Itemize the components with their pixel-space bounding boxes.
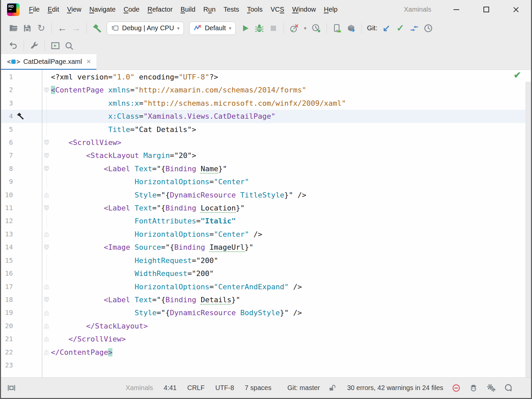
build-solution-button[interactable] — [90, 21, 104, 35]
fold-connector — [44, 214, 49, 227]
menu-item-navigate[interactable]: Navigate — [85, 0, 120, 19]
fold-marker[interactable] — [44, 201, 49, 214]
stop-button[interactable] — [266, 21, 280, 35]
minimize-button[interactable] — [441, 0, 471, 19]
fold-marker[interactable] — [44, 228, 49, 241]
open-button[interactable] — [6, 21, 20, 35]
git-update-button[interactable]: ↙ — [379, 21, 393, 35]
wrench-icon — [30, 41, 39, 50]
debug-button[interactable] — [252, 21, 266, 35]
toolwindow-toggle-button[interactable] — [7, 383, 16, 392]
fold-marker[interactable] — [44, 149, 49, 162]
fold-connector — [44, 254, 49, 267]
code-editor[interactable]: ✔ 1<?xml version="1.0" encoding="UTF-8"?… — [1, 70, 531, 377]
code-line-text: <?xml version="1.0" encoding="UTF-8"?> — [51, 70, 525, 83]
status-git-branch[interactable]: Git: master — [287, 384, 320, 392]
menu-item-build[interactable]: Build — [177, 0, 199, 19]
fold-marker[interactable] — [44, 320, 49, 332]
save-button[interactable] — [20, 21, 34, 35]
menu-item-tests[interactable]: Tests — [219, 0, 243, 19]
fold-marker[interactable] — [44, 293, 49, 306]
code-line-text: Style="{DynamicResource TitleStyle}" /> — [51, 189, 525, 201]
menu-item-run[interactable]: Run — [200, 0, 220, 19]
code-line-text: <ContentPage xmlns="http://xamarin.com/s… — [51, 83, 525, 96]
fold-connector — [44, 123, 49, 136]
fold-marker[interactable] — [44, 280, 49, 293]
notification-balloon-icon — [504, 384, 513, 392]
menu-item-refactor[interactable]: Refactor — [143, 0, 177, 19]
status-line-separator[interactable]: CRLF — [187, 384, 204, 392]
attach-profiler-button[interactable] — [309, 21, 323, 35]
code-line: 19 Style="{DynamicResource BodyStyle}" /… — [1, 306, 525, 319]
search-everywhere-button[interactable] — [62, 39, 76, 53]
code-line-text: <Image Source="{Binding ImageUrl}" — [51, 241, 525, 254]
git-push-button[interactable] — [407, 21, 421, 35]
chevron-down-icon: ▾ — [304, 25, 307, 31]
status-problems[interactable]: 30 errors, 42 warnings in 24 files — [347, 384, 443, 392]
fold-marker[interactable] — [44, 162, 49, 175]
menu-item-tools[interactable]: Tools — [243, 0, 267, 19]
sync-button[interactable]: ↻ — [34, 21, 48, 35]
toolbar-separator — [284, 23, 284, 34]
code-line: 23 — [1, 359, 525, 372]
menu-item-edit[interactable]: Edit — [44, 0, 63, 19]
notifications-button[interactable] — [504, 384, 513, 392]
device-manager-button[interactable] — [330, 21, 344, 35]
git-commit-button[interactable]: ✓ — [393, 21, 407, 35]
code-line-text: </ContentPage> — [51, 346, 525, 359]
menu-item-help[interactable]: Help — [320, 0, 341, 19]
code-line-text: </StackLayout> — [51, 320, 525, 332]
nuget-restore-button[interactable] — [344, 21, 358, 35]
status-encoding[interactable]: UTF-8 — [215, 384, 234, 392]
undo-button[interactable] — [6, 39, 20, 53]
line-number: 14 — [1, 241, 13, 254]
menu-item-code[interactable]: Code — [120, 0, 144, 19]
status-caret-position[interactable]: 4:41 — [164, 384, 177, 392]
fold-connector — [44, 110, 49, 123]
lock-button[interactable] — [329, 384, 336, 392]
fold-marker[interactable] — [44, 136, 49, 149]
profile-button[interactable] — [287, 21, 301, 35]
fold-marker[interactable] — [44, 189, 49, 201]
reader-mode-button[interactable] — [452, 384, 461, 392]
code-analysis-button[interactable] — [469, 384, 478, 392]
git-commit-check-icon: ✓ — [396, 24, 404, 33]
fold-marker[interactable] — [44, 306, 49, 319]
gutter-quickfix-hammer[interactable] — [16, 112, 25, 120]
forward-button[interactable]: → — [69, 21, 83, 35]
status-indent[interactable]: 7 spaces — [245, 384, 271, 392]
settings-button[interactable] — [27, 39, 41, 53]
rider-runconfig-icon — [194, 24, 202, 32]
tab-catdetailpage[interactable]: <> CatDetailPage.xaml × — [1, 54, 96, 70]
inspections-ok-icon[interactable]: ✔ — [513, 70, 521, 80]
run-button[interactable] — [238, 21, 252, 35]
rider-logo-icon: RD — [7, 3, 20, 16]
fold-marker[interactable] — [44, 346, 49, 359]
code-line: 15 HeightRequest="200" — [1, 254, 525, 267]
solution-config-selector[interactable]: Debug | Any CPU ▾ — [107, 22, 184, 35]
fold-marker[interactable] — [44, 241, 49, 254]
clock-run-icon — [312, 24, 321, 33]
code-line: 17 HorizontalOptions="CenterAndExpand" /… — [1, 280, 525, 293]
close-button[interactable] — [501, 0, 531, 19]
no-entry-icon — [452, 384, 461, 392]
fold-marker[interactable] — [44, 332, 49, 345]
menu-item-vcs[interactable]: VCS — [267, 0, 288, 19]
menu-item-view[interactable]: View — [63, 0, 85, 19]
git-history-button[interactable] — [421, 21, 435, 35]
fold-connector — [44, 175, 49, 188]
profiler-menu-button[interactable]: ▾ — [301, 21, 309, 35]
back-button[interactable]: ← — [55, 21, 69, 35]
menu-item-window[interactable]: Window — [288, 0, 320, 19]
fold-marker[interactable] — [44, 83, 49, 96]
background-tasks-button[interactable] — [486, 383, 496, 393]
code-line: 8 <Label Text="{Binding Name}" — [1, 162, 525, 175]
run-config-selector[interactable]: Default ▾ — [189, 22, 236, 35]
maximize-button[interactable] — [471, 0, 501, 19]
editor-scrollbar[interactable] — [525, 82, 531, 377]
undo-arrow-icon — [9, 41, 18, 50]
tab-close-icon[interactable]: × — [86, 58, 91, 66]
menu-item-file[interactable]: File — [25, 0, 44, 19]
run-toolwindow-button[interactable] — [48, 39, 62, 53]
line-number: 15 — [1, 254, 13, 267]
